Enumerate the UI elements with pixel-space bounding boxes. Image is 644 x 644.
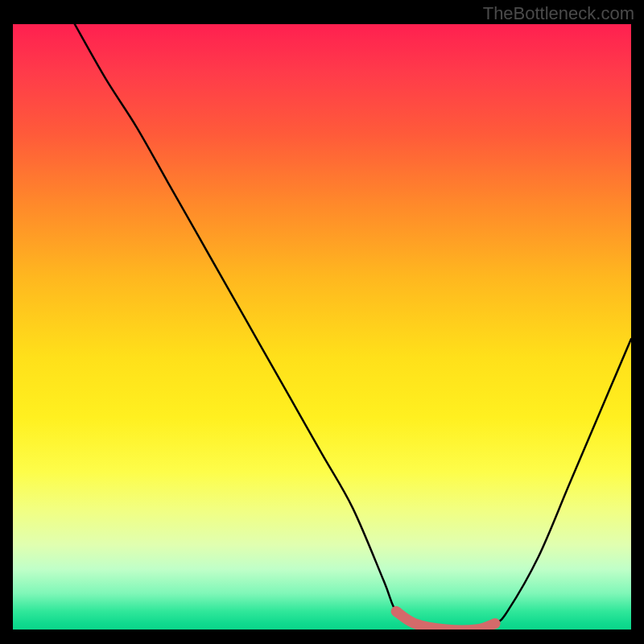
optimal-range-highlight <box>396 611 495 630</box>
watermark-text: TheBottleneck.com <box>483 3 634 24</box>
bottleneck-curve <box>75 24 631 630</box>
chart-overlay <box>13 24 631 630</box>
optimal-range-start-dot <box>391 606 401 616</box>
